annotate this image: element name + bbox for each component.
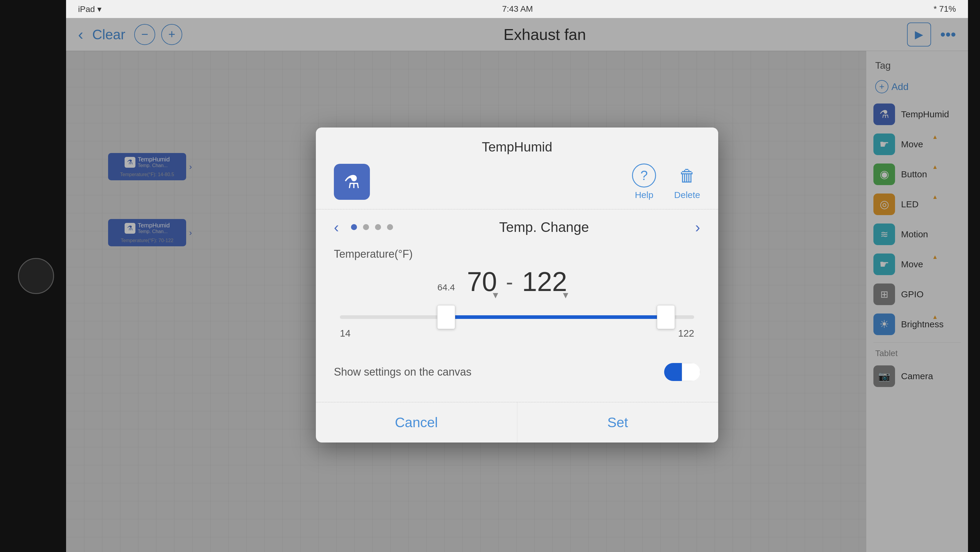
status-time: 7:43 AM xyxy=(502,4,533,14)
modal-footer: Cancel Set xyxy=(316,402,718,443)
range-min-arrow: ▼ xyxy=(491,290,500,300)
dot-3 xyxy=(375,224,381,230)
modal-page-title: Temp. Change xyxy=(405,219,683,235)
range-min-box: 70 ▼ xyxy=(467,266,497,297)
modal-icon-box: ⚗ xyxy=(334,164,370,200)
range-display: 70 ▼ - 122 ▼ xyxy=(334,266,700,297)
modal-help-button[interactable]: ? Help xyxy=(632,163,656,200)
modal-dots xyxy=(351,224,393,230)
trash-icon: 🗑 xyxy=(675,163,699,187)
modal-header-row: ⚗ ? Help 🗑 Delete xyxy=(334,163,700,200)
show-settings-label: Show settings on the canvas xyxy=(334,366,471,378)
slider-right-value: 122 xyxy=(678,328,694,339)
slider-track[interactable]: ▼ xyxy=(340,315,694,319)
modal-icon: ⚗ xyxy=(344,171,360,192)
right-frame xyxy=(968,0,980,552)
toggle-off-part xyxy=(682,363,700,381)
slider-left-value: 14 xyxy=(340,328,351,339)
ipad-label: iPad ▾ xyxy=(78,4,102,14)
dot-1 xyxy=(351,224,357,230)
cancel-button[interactable]: Cancel xyxy=(316,402,517,443)
battery-label: * 71% xyxy=(934,4,956,14)
modal-overlay: TempHumid ⚗ ? Help 🗑 Delete ‹ xyxy=(66,18,968,552)
prev-page-button[interactable]: ‹ xyxy=(334,218,339,236)
slider-current-label: 64.4 xyxy=(438,282,455,292)
dot-4 xyxy=(387,224,393,230)
modal-header: TempHumid ⚗ ? Help 🗑 Delete xyxy=(316,127,718,209)
modal-dialog: TempHumid ⚗ ? Help 🗑 Delete ‹ xyxy=(316,127,718,443)
show-settings-toggle[interactable] xyxy=(664,363,700,381)
toggle-on-part xyxy=(664,363,682,381)
delete-label: Delete xyxy=(674,190,700,200)
range-max-box: 122 ▼ xyxy=(522,266,567,297)
help-label: Help xyxy=(635,190,653,200)
status-bar: iPad ▾ 7:43 AM * 71% xyxy=(66,0,968,18)
home-button[interactable] xyxy=(18,258,54,294)
show-settings-row: Show settings on the canvas xyxy=(334,357,700,390)
slider-thumb-right[interactable] xyxy=(657,305,675,329)
section-label: Temperature(°F) xyxy=(334,248,700,260)
modal-delete-button[interactable]: 🗑 Delete xyxy=(674,163,700,200)
range-max-arrow: ▼ xyxy=(561,290,570,300)
next-page-button[interactable]: › xyxy=(695,218,700,236)
slider-container: 64.4 ▼ 14 122 xyxy=(340,303,694,357)
range-max-value: 122 xyxy=(522,266,567,297)
status-left: iPad ▾ xyxy=(78,4,102,14)
modal-body: Temperature(°F) 70 ▼ - 122 ▼ 64.4 ▼ xyxy=(316,239,718,402)
modal-title: TempHumid xyxy=(334,140,700,154)
help-circle-icon: ? xyxy=(632,163,656,187)
dot-2 xyxy=(363,224,369,230)
status-right: * 71% xyxy=(934,4,956,14)
slider-thumb-left[interactable] xyxy=(437,305,455,329)
modal-nav: ‹ Temp. Change › xyxy=(316,209,718,239)
slider-fill xyxy=(446,315,666,319)
set-button[interactable]: Set xyxy=(517,402,719,443)
range-dash: - xyxy=(506,270,513,294)
slider-end-values: 14 122 xyxy=(340,328,694,339)
